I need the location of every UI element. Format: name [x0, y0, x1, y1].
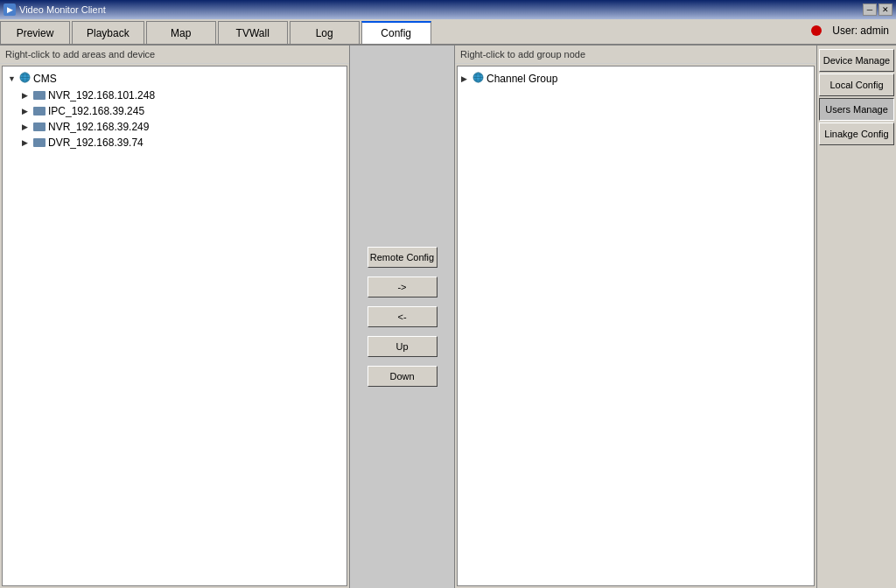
globe-icon-channel-group [472, 72, 484, 86]
linkage-config-button[interactable]: Linakge Config [819, 122, 894, 145]
arrow-left-button[interactable]: <- [368, 306, 438, 327]
arrow-right-button[interactable]: -> [368, 276, 438, 298]
globe-icon-cms [19, 72, 31, 86]
app-title: Video Monitor Client [19, 4, 106, 15]
label-dvr: DVR_192.168.39.74 [48, 136, 144, 149]
left-hint: Right-click to add areas and device [0, 46, 349, 64]
chevron-ipc: ▶ [22, 107, 31, 116]
remote-config-button[interactable]: Remote Config [368, 247, 438, 268]
sidebar: Device Manage Local Config Users Manage … [817, 46, 896, 588]
tree-item-cms[interactable]: ▼ CMS [6, 70, 343, 88]
minimize-button[interactable]: ─ [863, 4, 877, 16]
tree-item-ipc[interactable]: ▶ IPC_192.168.39.245 [6, 103, 343, 119]
local-config-button[interactable]: Local Config [819, 74, 894, 96]
label-cms: CMS [33, 73, 57, 85]
right-tree[interactable]: ▶ Channel Group [457, 66, 815, 586]
users-manage-button[interactable]: Users Manage [819, 98, 894, 121]
title-bar-left: ▶ Video Monitor Client [4, 4, 106, 16]
tab-log[interactable]: Log [290, 21, 360, 44]
middle-panel: Remote Config -> <- Up Down [350, 46, 455, 588]
tab-preview[interactable]: Preview [0, 21, 70, 44]
title-bar: ▶ Video Monitor Client ─ ✕ [0, 0, 896, 19]
tree-item-nvr1[interactable]: ▶ NVR_192.168.101.248 [6, 88, 343, 103]
device-manage-button[interactable]: Device Manage [819, 49, 894, 72]
right-hint: Right-click to add group node [455, 46, 816, 64]
nav-bar: Preview Playback Map TVWall Log Config U… [0, 19, 896, 46]
tree-item-channel-group[interactable]: ▶ Channel Group [461, 70, 810, 88]
main-content: Right-click to add areas and device ▼ CM… [0, 46, 896, 588]
chevron-nvr1: ▶ [22, 91, 31, 100]
close-button[interactable]: ✕ [878, 4, 892, 16]
user-label: User: admin [832, 24, 889, 37]
dvr-icon-ipc [33, 107, 46, 116]
dvr-icon-nvr2 [33, 122, 46, 131]
tab-map[interactable]: Map [146, 21, 216, 44]
title-controls[interactable]: ─ ✕ [863, 4, 892, 16]
right-panel: Right-click to add group node ▶ Channel … [455, 46, 817, 588]
label-nvr1: NVR_192.168.101.248 [48, 89, 155, 102]
chevron-dvr: ▶ [22, 138, 31, 147]
tab-tvwall[interactable]: TVWall [218, 21, 288, 44]
dvr-icon-dvr [33, 138, 46, 147]
label-ipc: IPC_192.168.39.245 [48, 105, 144, 117]
tab-playback[interactable]: Playback [72, 21, 144, 44]
dvr-icon-nvr1 [33, 91, 46, 100]
up-button[interactable]: Up [368, 336, 438, 357]
down-button[interactable]: Down [368, 366, 438, 387]
chevron-channel-group: ▶ [461, 74, 470, 83]
left-tree[interactable]: ▼ CMS ▶ NVR_192.168.101.248 [2, 66, 347, 586]
tree-item-dvr[interactable]: ▶ DVR_192.168.39.74 [6, 135, 343, 150]
recording-indicator [811, 25, 822, 36]
app-icon: ▶ [4, 4, 16, 16]
nav-right: User: admin [811, 18, 896, 44]
chevron-cms: ▼ [8, 74, 17, 83]
chevron-nvr2: ▶ [22, 122, 31, 131]
left-panel: Right-click to add areas and device ▼ CM… [0, 46, 350, 588]
tab-config[interactable]: Config [361, 21, 431, 44]
label-channel-group: Channel Group [486, 73, 557, 85]
tree-item-nvr2[interactable]: ▶ NVR_192.168.39.249 [6, 119, 343, 135]
label-nvr2: NVR_192.168.39.249 [48, 121, 149, 133]
